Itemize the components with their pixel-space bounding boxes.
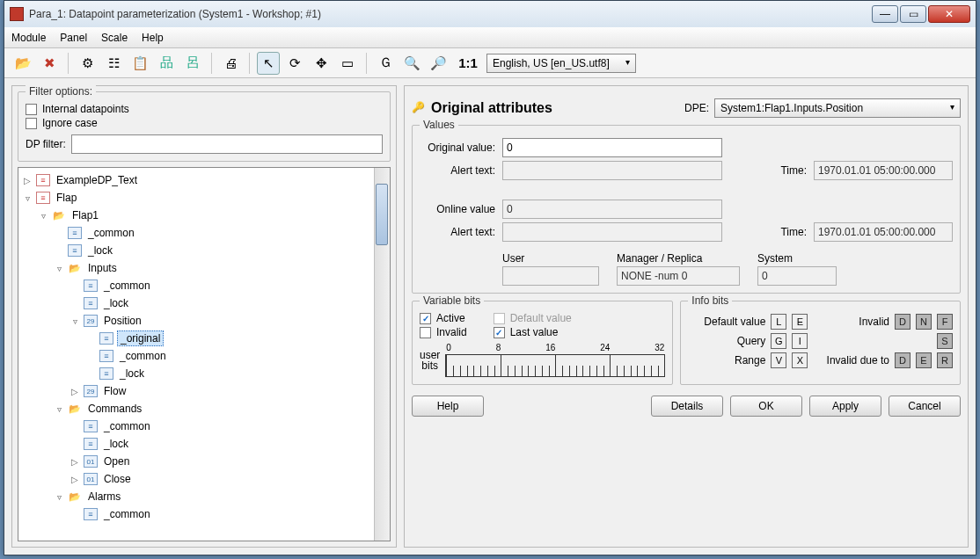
checkbox-icon bbox=[26, 104, 37, 115]
online-value: 0 bbox=[502, 200, 722, 219]
tree-node[interactable]: _lock bbox=[18, 242, 374, 259]
tree-node[interactable]: ▿Flap bbox=[18, 189, 374, 207]
bit-E[interactable]: E bbox=[792, 314, 808, 330]
bit-D2[interactable]: D bbox=[895, 352, 911, 368]
zoom-out-icon[interactable]: 🔎 bbox=[427, 52, 450, 75]
minimize-button[interactable]: — bbox=[872, 5, 898, 23]
find-icon[interactable]: Ｇ bbox=[374, 52, 397, 75]
invalid-checkbox[interactable]: Invalid bbox=[420, 326, 467, 338]
ok-button[interactable]: OK bbox=[730, 396, 802, 417]
tree-node[interactable]: ▷29Flow bbox=[18, 382, 374, 400]
help-button[interactable]: Help bbox=[412, 396, 484, 417]
language-select[interactable]: English, US [en_US.utf8] bbox=[486, 54, 636, 73]
menu-module[interactable]: Module bbox=[11, 32, 46, 44]
tree-body[interactable]: ▷ExampleDP_Text▿Flap▿Flap1_common_lock▿I… bbox=[18, 168, 374, 541]
internal-dp-checkbox[interactable]: Internal datapoints bbox=[26, 103, 383, 115]
tree-node[interactable]: _lock bbox=[18, 435, 374, 453]
bit-D[interactable]: D bbox=[895, 314, 911, 330]
tree-node[interactable]: ▿Flap1 bbox=[18, 207, 374, 224]
pointer-icon[interactable]: ↖ bbox=[257, 52, 280, 75]
tree-node[interactable]: ▷01Open bbox=[18, 453, 374, 470]
checkbox-icon bbox=[420, 327, 431, 338]
leaf-icon bbox=[84, 438, 98, 450]
user-bits-scale[interactable]: 0 8 16 24 32 bbox=[445, 354, 665, 377]
bit-E2[interactable]: E bbox=[916, 352, 932, 368]
menu-help[interactable]: Help bbox=[142, 32, 164, 44]
tree-node[interactable]: _common bbox=[18, 347, 374, 365]
tick-0: 0 bbox=[446, 343, 451, 352]
bool-icon: 01 bbox=[84, 455, 98, 468]
tree-node[interactable]: _lock bbox=[18, 294, 374, 312]
copy-icon[interactable]: 📋 bbox=[128, 52, 151, 75]
refresh-icon[interactable]: ⚙ bbox=[76, 52, 99, 75]
expand-icon[interactable]: ▷ bbox=[69, 475, 80, 484]
tree-node[interactable]: ▷ExampleDP_Text bbox=[18, 171, 374, 189]
expand-icon[interactable]: ▿ bbox=[38, 211, 48, 221]
tree-node[interactable]: ▿Inputs bbox=[18, 259, 374, 277]
tree-expand-icon[interactable]: 品 bbox=[155, 52, 178, 75]
maximize-button[interactable]: ▭ bbox=[900, 5, 926, 23]
bit-X[interactable]: X bbox=[792, 352, 808, 368]
bit-V[interactable]: V bbox=[771, 352, 786, 368]
expand-icon[interactable]: ▷ bbox=[22, 176, 33, 185]
tree-label: Flow bbox=[101, 384, 128, 398]
rotate-icon[interactable]: ⟳ bbox=[283, 52, 306, 75]
separator bbox=[211, 53, 212, 74]
tree-node[interactable]: ▿Alarms bbox=[18, 488, 374, 505]
zoom-in-icon[interactable]: 🔍 bbox=[400, 52, 423, 75]
expand-icon[interactable]: ▿ bbox=[54, 492, 64, 502]
expand-icon[interactable]: ▿ bbox=[54, 404, 64, 414]
menu-scale[interactable]: Scale bbox=[101, 32, 128, 44]
apply-button[interactable]: Apply bbox=[809, 396, 881, 417]
expand-icon[interactable]: ▿ bbox=[69, 316, 80, 326]
details-button[interactable]: Details bbox=[651, 396, 723, 417]
zoom-ratio[interactable]: 1:1 bbox=[453, 52, 483, 75]
invalid-due-label: Invalid due to bbox=[827, 354, 889, 367]
tree-collapse-icon[interactable]: 呂 bbox=[181, 52, 204, 75]
tree-label: Position bbox=[101, 314, 144, 328]
expand-icon[interactable]: ▷ bbox=[69, 387, 80, 396]
expand-icon[interactable]: ▿ bbox=[22, 193, 33, 203]
open-icon[interactable]: 📂 bbox=[11, 52, 34, 75]
bit-F[interactable]: F bbox=[937, 314, 953, 330]
bit-R[interactable]: R bbox=[937, 352, 953, 368]
dp-filter-input[interactable] bbox=[71, 134, 383, 154]
tree-node[interactable]: ▿Commands bbox=[18, 400, 374, 417]
tree-node[interactable]: _common bbox=[18, 505, 374, 523]
bit-I[interactable]: I bbox=[792, 333, 808, 349]
tree-label: _common bbox=[117, 349, 169, 363]
tree-node[interactable]: ▷01Close bbox=[18, 470, 374, 488]
tree-node[interactable]: ▿29Position bbox=[18, 312, 374, 330]
scrollbar[interactable] bbox=[374, 168, 390, 541]
menu-panel[interactable]: Panel bbox=[60, 32, 87, 44]
bit-G[interactable]: G bbox=[771, 333, 786, 349]
attr-header: 🔑 Original attributes DPE: System1:Flap1… bbox=[412, 98, 961, 118]
print-icon[interactable]: 🖨 bbox=[219, 52, 242, 75]
delete-icon[interactable]: ✖ bbox=[38, 52, 61, 75]
move-icon[interactable]: ✥ bbox=[310, 52, 333, 75]
cancel-button[interactable]: Cancel bbox=[889, 396, 961, 417]
tree-node[interactable]: _common bbox=[18, 224, 374, 242]
dpe-select[interactable]: System1:Flap1.Inputs.Position bbox=[714, 98, 961, 118]
last-value-checkbox[interactable]: Last value bbox=[494, 326, 572, 338]
bit-S[interactable]: S bbox=[937, 333, 953, 349]
tick-24: 24 bbox=[600, 343, 610, 352]
original-value-input[interactable] bbox=[502, 138, 722, 157]
tree-node[interactable]: _lock bbox=[18, 365, 374, 382]
tree-node[interactable]: _original bbox=[18, 330, 374, 347]
tree-node[interactable]: _common bbox=[18, 417, 374, 435]
folderopen-icon bbox=[68, 262, 82, 274]
tree-node[interactable]: _common bbox=[18, 277, 374, 294]
hierarchy-icon[interactable]: ☷ bbox=[102, 52, 125, 75]
expand-icon[interactable]: ▿ bbox=[54, 264, 64, 273]
bit-N[interactable]: N bbox=[916, 314, 932, 330]
source-info-row: User Manager / Replica NONE -num 0 Syste… bbox=[420, 252, 953, 286]
leaf-icon bbox=[68, 227, 82, 239]
bit-L[interactable]: L bbox=[771, 314, 786, 330]
ignore-case-checkbox[interactable]: Ignore case bbox=[26, 117, 383, 129]
close-button[interactable]: ✕ bbox=[928, 5, 970, 23]
expand-icon[interactable]: ▷ bbox=[69, 457, 80, 467]
scrollbar-thumb[interactable] bbox=[376, 184, 388, 245]
rect-icon[interactable]: ▭ bbox=[336, 52, 359, 75]
active-checkbox[interactable]: Active bbox=[420, 312, 467, 324]
